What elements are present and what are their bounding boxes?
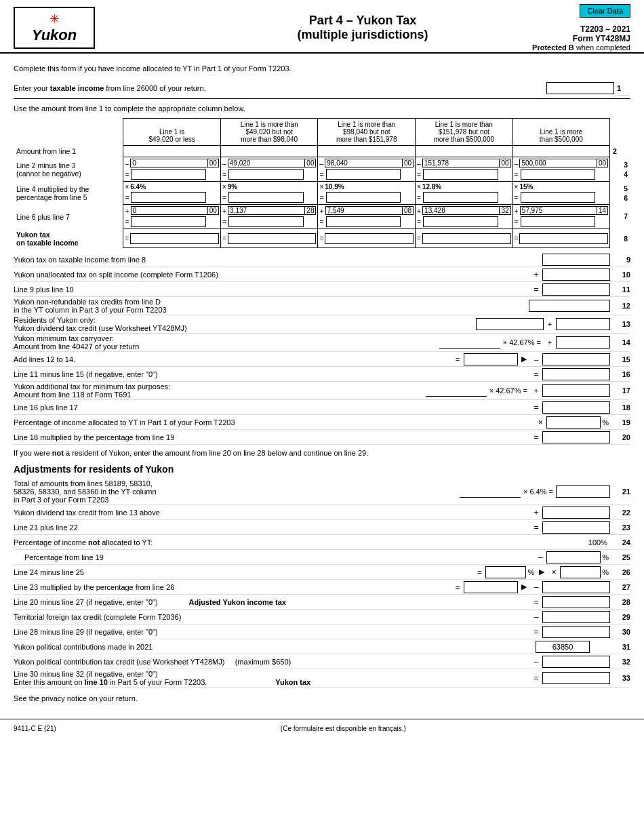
footer-center: (Ce formulaire est disponible en françai… (281, 725, 406, 732)
line33-input[interactable] (542, 672, 610, 684)
line11-input[interactable] (542, 283, 610, 296)
col3-line3-result[interactable] (326, 169, 401, 180)
line21-result[interactable] (556, 485, 610, 498)
line30-input[interactable] (542, 626, 610, 638)
line31-label: Yukon political contributions made in 20… (14, 643, 536, 651)
col5-equals-row: = (515, 169, 609, 180)
col4-minus-op: – (417, 159, 421, 167)
col1-line7-result[interactable] (131, 216, 206, 227)
line31-row: Yukon political contributions made in 20… (14, 639, 630, 654)
line19-number: 19 (610, 418, 630, 426)
line24-row: Percentage of income not allocated to YT… (14, 535, 630, 550)
line32-label: Yukon political contribution tax credit … (14, 658, 530, 666)
line20-row: Line 18 multiplied by the percentage fro… (14, 430, 630, 445)
col2-pct-result[interactable] (228, 192, 304, 203)
line-num-6: 6 (613, 194, 628, 202)
row-label-line7: Line 6 plus line 7 (14, 205, 123, 229)
line26-input[interactable] (485, 566, 526, 578)
line15-number: 15 (610, 355, 630, 363)
line22-label: Yukon dividend tax credit from line 13 a… (14, 509, 530, 517)
clear-data-button[interactable]: Clear Data (580, 4, 630, 18)
col5-plus-val: 57,975 (521, 207, 597, 214)
main-content: Complete this form if you have income al… (0, 54, 644, 712)
line25-input[interactable] (546, 551, 601, 563)
row-line2-minus3: Line 2 minus line 3 (cannot be negative)… (14, 157, 630, 182)
col5-pct-result[interactable] (521, 192, 596, 203)
line27-input[interactable] (464, 581, 518, 593)
col1-pct-result[interactable] (131, 192, 206, 203)
col2-line7-result[interactable] (228, 216, 304, 227)
col4-line1-input[interactable] (418, 148, 510, 155)
line27-input2[interactable] (542, 581, 610, 593)
col2-yukon-tax-input[interactable] (228, 233, 317, 244)
line23-input[interactable] (542, 521, 610, 534)
line32-input[interactable] (542, 656, 610, 668)
line13-label: Residents of Yukon only:Yukon dividend t… (14, 316, 476, 332)
taxable-income-row: Enter your taxable income from line 2600… (14, 78, 630, 99)
line21-input1[interactable] (460, 485, 521, 498)
col2-line3-result[interactable] (228, 169, 304, 180)
line17-input1[interactable] (426, 384, 487, 397)
col4-pct-row: × 12.8% (417, 183, 511, 191)
line25-label: Percentage from line 19 (14, 553, 534, 561)
col4-plus-val: 13,428 (423, 207, 499, 214)
line21-number: 21 (610, 488, 630, 496)
col3-minus-val-box: 98,040 00 (325, 159, 414, 167)
col2-line1-input[interactable] (224, 148, 315, 155)
line12-input[interactable] (529, 300, 610, 312)
col1-line3-result[interactable] (131, 169, 206, 180)
line17-input2[interactable] (542, 384, 610, 397)
col3-yukon-tax-input[interactable] (325, 233, 414, 244)
col5-yukon-tax-input[interactable] (519, 233, 608, 244)
line13-midfield[interactable] (476, 318, 544, 330)
col1-pct-val: 6.4% (130, 183, 146, 191)
line16-input[interactable] (542, 368, 610, 380)
line9-label: Yukon tax on taxable income from line 8 (14, 256, 542, 264)
col2-header: Line 1 is more than$49,020 but notmore t… (220, 119, 318, 146)
line28-label: Line 20 minus line 27 (if negative, ente… (14, 598, 530, 606)
line-num-5: 5 (613, 184, 628, 193)
line-num-8: 8 (613, 235, 628, 243)
line10-number: 10 (610, 271, 630, 279)
col4-line7-result[interactable] (423, 216, 498, 227)
col3-line3-row: – 98,040 00 (319, 159, 414, 167)
col3-header: Line 1 is more than$98,040 but notmore t… (318, 119, 416, 146)
lines-section: Yukon tax on taxable income from line 8 … (14, 252, 630, 702)
privacy-note: See the privacy notice on your return. (14, 694, 630, 702)
col4-line3-result[interactable] (423, 169, 498, 180)
footer-left: 9411-C E (21) (14, 725, 56, 732)
line20-input[interactable] (542, 431, 610, 443)
col4-yukon-tax-input[interactable] (422, 233, 511, 244)
col5-minus-val: 500,000 (520, 159, 597, 167)
line15-input[interactable] (464, 353, 518, 365)
line1-input[interactable] (546, 82, 614, 94)
line14-input1[interactable] (439, 336, 500, 349)
col4-pct-result[interactable] (423, 192, 498, 203)
line9-input[interactable] (542, 254, 610, 266)
col3-line1-input[interactable] (321, 148, 412, 155)
line9-number: 9 (610, 256, 630, 264)
line29-input[interactable] (542, 611, 610, 623)
yukon-tax-label: Yukon tax (275, 678, 310, 686)
col5-line3-result[interactable] (521, 169, 596, 180)
line22-input[interactable] (542, 507, 610, 519)
line28-input[interactable] (542, 596, 610, 608)
line15-input2[interactable] (542, 353, 610, 365)
col3-pct-result[interactable] (326, 192, 401, 203)
col3-line7-result[interactable] (326, 216, 401, 227)
line1-number: 1 (617, 81, 630, 96)
line18-input[interactable] (542, 401, 610, 414)
line26-input2[interactable] (560, 566, 601, 578)
line13-number: 13 (610, 320, 630, 328)
line33-number: 33 (610, 674, 630, 682)
line24-number: 24 (610, 538, 630, 547)
line13-input[interactable] (556, 318, 610, 330)
line14-input2[interactable] (556, 336, 610, 349)
col1-line1-input[interactable] (126, 148, 218, 155)
col5-minus-op: – (515, 159, 519, 167)
col1-yukon-tax-input[interactable] (130, 233, 219, 244)
line19-input[interactable] (546, 416, 601, 429)
col5-line7-result[interactable] (521, 216, 596, 227)
col5-line1-input[interactable] (516, 148, 607, 155)
line10-input[interactable] (542, 269, 610, 281)
